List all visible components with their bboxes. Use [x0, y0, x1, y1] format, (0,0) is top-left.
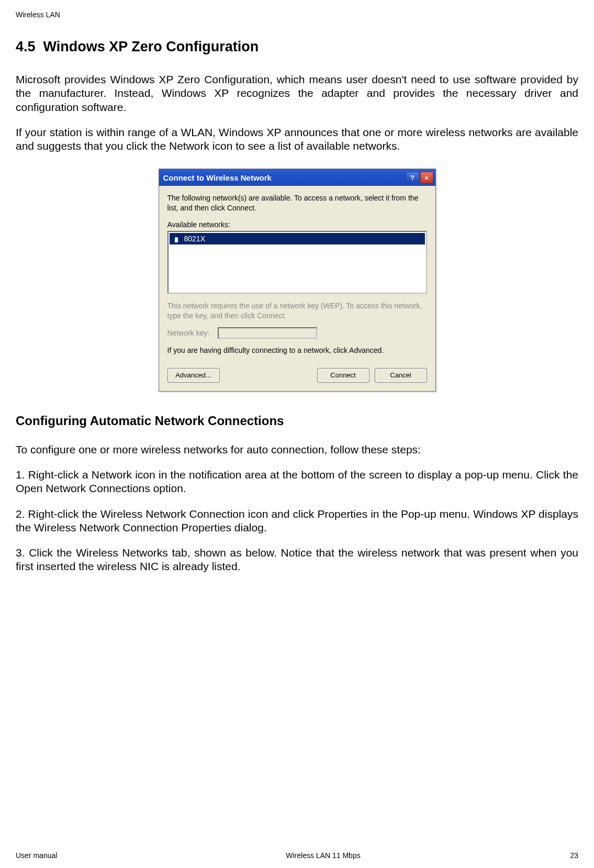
network-item[interactable]: 8021X [170, 233, 425, 244]
dialog-lead-text: The following network(s) are available. … [167, 193, 427, 213]
paragraph-intro-2: If your station is within range of a WLA… [16, 126, 578, 153]
cancel-button[interactable]: Cancel [375, 368, 427, 383]
connect-dialog: Connect to Wireless Network ? × The foll… [159, 169, 436, 392]
difficulty-text: If you are having difficulty connecting … [167, 346, 427, 354]
network-icon [173, 235, 180, 242]
steps-intro: To configure one or more wireless networ… [16, 443, 578, 457]
footer-left: User manual [16, 851, 99, 860]
network-name: 8021X [184, 235, 205, 243]
close-button[interactable]: × [420, 172, 433, 183]
step-3: 3. Click the Wireless Networks tab, show… [16, 546, 578, 574]
paragraph-intro-1: Microsoft provides Windows XP Zero Confi… [16, 73, 578, 114]
subsection-title: Configuring Automatic Network Connection… [16, 414, 578, 428]
step-1: 1. Right-click a Network icon in the not… [16, 468, 578, 496]
network-key-input [218, 327, 317, 339]
section-number: 4.5 [16, 39, 36, 54]
dialog-body: The following network(s) are available. … [159, 186, 435, 391]
dialog-container: Connect to Wireless Network ? × The foll… [16, 169, 578, 392]
network-key-label: Network key: [167, 329, 210, 337]
page-footer: User manual Wireless LAN 11 Mbps 23 [16, 851, 578, 860]
step-2: 2. Right-click the Wireless Network Conn… [16, 507, 578, 535]
available-networks-label: Available networks: [167, 220, 427, 229]
button-spacer [225, 368, 312, 383]
dialog-title: Connect to Wireless Network [163, 173, 405, 182]
connect-button[interactable]: Connect [317, 368, 369, 383]
section-title: 4.5 Windows XP Zero Configuration [16, 39, 578, 55]
page-header: Wireless LAN [16, 10, 578, 19]
help-button[interactable]: ? [406, 172, 419, 183]
network-key-row: Network key: [167, 327, 427, 339]
dialog-titlebar: Connect to Wireless Network ? × [159, 169, 435, 186]
footer-page-number: 23 [547, 851, 578, 860]
dialog-button-row: Advanced... Connect Cancel [167, 368, 427, 383]
advanced-button[interactable]: Advanced... [167, 368, 220, 383]
section-name: Windows XP Zero Configuration [43, 39, 259, 54]
wep-required-text: This network requires the use of a netwo… [167, 301, 427, 321]
footer-center: Wireless LAN 11 Mbps [99, 851, 547, 860]
networks-listbox[interactable]: 8021X [167, 231, 427, 294]
